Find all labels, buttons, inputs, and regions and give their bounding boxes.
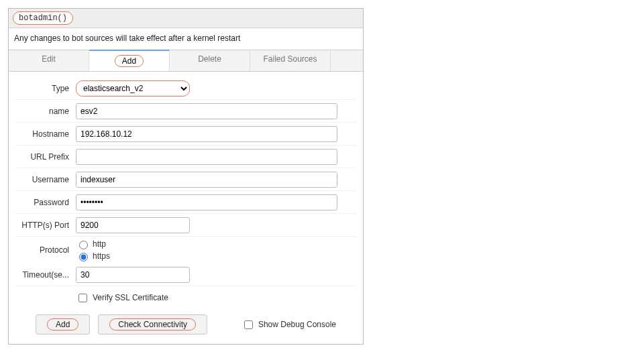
port-field[interactable] xyxy=(76,217,190,233)
timeout-field[interactable] xyxy=(76,267,190,283)
admin-panel: botadmin() Any changes to bot sources wi… xyxy=(8,8,364,345)
timeout-label: Timeout(se... xyxy=(15,270,76,280)
add-form: Type elasticsearch_v2 name Hostname URL … xyxy=(9,72,363,344)
urlprefix-field[interactable] xyxy=(76,149,337,165)
verify-ssl-text: Verify SSL Certificate xyxy=(93,293,168,302)
tab-edit[interactable]: Edit xyxy=(9,50,89,71)
password-field[interactable] xyxy=(76,194,337,210)
title-bar: botadmin() xyxy=(9,9,363,28)
protocol-http-radio[interactable] xyxy=(79,241,88,249)
add-button[interactable]: Add xyxy=(36,314,90,335)
verify-ssl-checkbox[interactable] xyxy=(78,294,87,302)
show-debug-text: Show Debug Console xyxy=(258,320,336,329)
name-field[interactable] xyxy=(76,103,337,119)
show-debug-checkbox[interactable] xyxy=(244,320,253,329)
type-select[interactable]: elasticsearch_v2 xyxy=(76,80,190,97)
hostname-label: Hostname xyxy=(15,129,76,139)
restart-notice: Any changes to bot sources will take eff… xyxy=(9,28,363,50)
username-label: Username xyxy=(15,175,76,184)
username-field[interactable] xyxy=(76,172,337,188)
name-label: name xyxy=(15,107,76,116)
type-label: Type xyxy=(15,84,76,93)
panel-title: botadmin() xyxy=(13,11,73,25)
tab-delete[interactable]: Delete xyxy=(170,50,250,71)
tabs: Edit Add Delete Failed Sources xyxy=(9,50,363,72)
password-label: Password xyxy=(15,198,76,207)
protocol-label: Protocol xyxy=(15,245,76,255)
protocol-https-radio[interactable] xyxy=(79,253,88,261)
urlprefix-label: URL Prefix xyxy=(15,152,76,162)
tab-add[interactable]: Add xyxy=(89,50,170,71)
check-connectivity-button[interactable]: Check Connectivity xyxy=(98,314,207,335)
port-label: HTTP(s) Port xyxy=(15,221,76,230)
hostname-field[interactable] xyxy=(76,126,337,142)
tab-failed-sources[interactable]: Failed Sources xyxy=(250,50,331,71)
protocol-https-text: https xyxy=(93,251,110,261)
protocol-http-text: http xyxy=(93,239,106,249)
